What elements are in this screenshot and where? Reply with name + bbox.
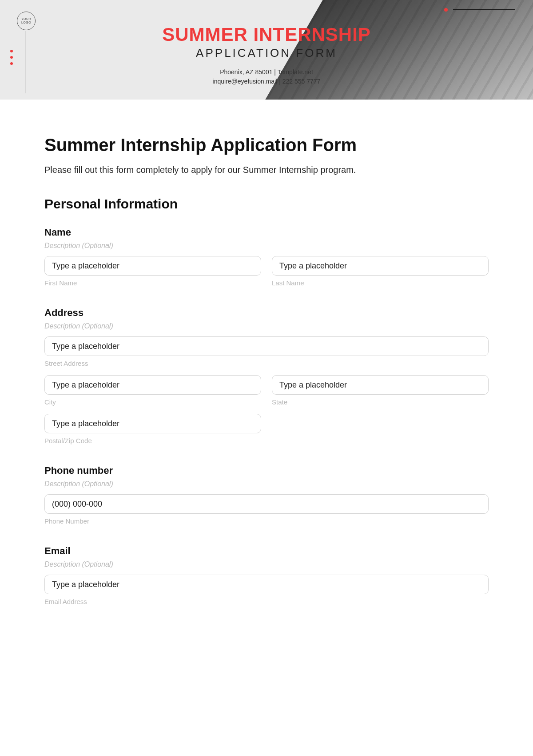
last-name-input[interactable] <box>272 256 489 276</box>
label-phone: Phone number <box>44 465 489 476</box>
field-name: Name Description (Optional) First Name L… <box>44 227 489 287</box>
label-name: Name <box>44 227 489 238</box>
sublabel-state: State <box>272 398 489 406</box>
field-phone: Phone number Description (Optional) Phon… <box>44 465 489 525</box>
sublabel-phone: Phone Number <box>44 517 489 525</box>
state-input[interactable] <box>272 375 489 395</box>
field-address: Address Description (Optional) Street Ad… <box>44 307 489 444</box>
hero-title: SUMMER INTERNSHIP <box>0 24 533 45</box>
desc-email: Description (Optional) <box>44 560 489 568</box>
sublabel-email: Email Address <box>44 598 489 605</box>
desc-name: Description (Optional) <box>44 242 489 250</box>
page-title: Summer Internship Application Form <box>44 135 489 155</box>
phone-input[interactable] <box>44 494 489 514</box>
hero-banner: YOUR LOGO SUMMER INTERNSHIP APPLICATION … <box>0 0 533 100</box>
sublabel-street: Street Address <box>44 360 489 367</box>
label-email: Email <box>44 545 489 557</box>
first-name-input[interactable] <box>44 256 261 276</box>
sublabel-zip: Postal/Zip Code <box>44 437 261 444</box>
street-address-input[interactable] <box>44 336 489 356</box>
sublabel-city: City <box>44 398 261 406</box>
city-input[interactable] <box>44 375 261 395</box>
sublabel-first-name: First Name <box>44 279 261 287</box>
hero-meta: Phoenix, AZ 85001 | Template.net inquire… <box>0 68 533 86</box>
label-address: Address <box>44 307 489 319</box>
field-email: Email Description (Optional) Email Addre… <box>44 545 489 605</box>
top-accent <box>444 8 515 12</box>
form-page: Summer Internship Application Form Pleas… <box>0 100 533 626</box>
section-heading-personal: Personal Information <box>44 196 489 212</box>
zip-input[interactable] <box>44 414 261 433</box>
email-input[interactable] <box>44 575 489 594</box>
desc-address: Description (Optional) <box>44 322 489 330</box>
desc-phone: Description (Optional) <box>44 480 489 488</box>
page-intro: Please fill out this form completely to … <box>44 165 489 175</box>
hero-subtitle: APPLICATION FORM <box>0 46 533 60</box>
sublabel-last-name: Last Name <box>272 279 489 287</box>
